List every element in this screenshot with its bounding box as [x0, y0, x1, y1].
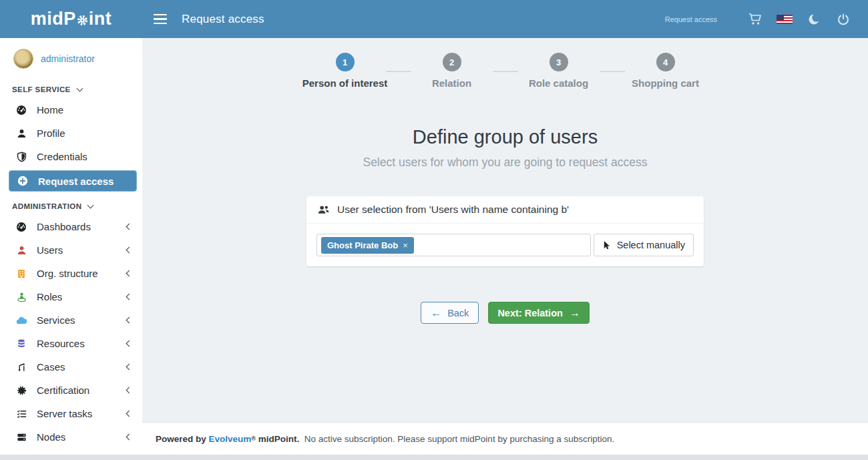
users-group-icon — [317, 204, 330, 215]
chevron-left-icon — [126, 317, 133, 324]
speedometer-icon — [15, 105, 28, 116]
user-selection-panel: User selection from 'Users with name con… — [306, 196, 704, 266]
breadcrumb: Request access — [665, 15, 717, 23]
main-content: 1 Person of interest 2 Relation 3 Role c… — [142, 38, 868, 422]
moon-icon[interactable] — [805, 13, 823, 25]
chevron-left-icon — [126, 224, 133, 230]
sidebar-item-label: Users — [37, 244, 63, 256]
sidebar-item-home[interactable]: Home — [0, 98, 142, 122]
arrow-left-icon: ← — [431, 307, 441, 319]
sidebar-item-resources[interactable]: Resources — [0, 332, 142, 355]
wizard-step-person-of-interest[interactable]: 1 Person of interest — [304, 53, 386, 89]
section-administration[interactable]: ADMINISTRATION — [0, 194, 142, 215]
step-label: Relation — [432, 77, 471, 89]
step-connector — [600, 71, 625, 72]
sidebar-item-label: Server tasks — [37, 408, 92, 419]
logo[interactable]: midP int — [0, 0, 142, 38]
evolveum-link[interactable]: Evolveum — [209, 434, 252, 444]
panel-title: User selection from 'Users with name con… — [337, 204, 569, 216]
street-view-icon — [15, 292, 28, 302]
sidebar-item-label: Cases — [37, 361, 65, 373]
back-button[interactable]: ← Back — [421, 302, 479, 324]
chevron-left-icon — [126, 247, 133, 254]
registered-mark: ® — [251, 435, 256, 442]
building-icon — [15, 268, 28, 279]
sidebar-item-dashboards[interactable]: Dashboards — [0, 215, 142, 238]
user-icon — [15, 245, 28, 256]
task-list-icon — [15, 409, 28, 419]
chevron-left-icon — [126, 294, 133, 300]
next-button-label: Next: Relation — [497, 308, 563, 318]
sidebar-item-profile[interactable]: Profile — [0, 122, 142, 145]
subscription-message: No active subscription. Please support m… — [299, 434, 614, 444]
shield-icon — [15, 152, 28, 162]
panel-header: User selection from 'Users with name con… — [306, 196, 704, 224]
topbar: midP int Request access Request access — [0, 0, 868, 38]
back-button-label: Back — [447, 308, 469, 318]
wizard-step-role-catalog[interactable]: 3 Role catalog — [518, 53, 600, 89]
next-relation-button[interactable]: Next: Relation → — [488, 302, 590, 324]
sidebar-item-label: Credentials — [37, 151, 87, 162]
topbar-main: Request access Request access — [142, 0, 868, 38]
user-row[interactable]: administrator — [0, 43, 142, 77]
step-number: 1 — [336, 53, 355, 71]
sidebar-item-services[interactable]: Services — [0, 308, 142, 332]
cart-icon[interactable] — [746, 13, 764, 25]
sidebar-item-label: Dashboards — [37, 221, 91, 232]
step-label: Person of interest — [302, 77, 388, 89]
flow-arrows-icon — [15, 362, 28, 373]
wizard-step-relation[interactable]: 2 Relation — [411, 53, 493, 89]
sidebar-item-org-structure[interactable]: Org. structure — [0, 262, 142, 285]
sidebar-item-label: Roles — [37, 291, 62, 302]
step-number: 4 — [656, 53, 675, 71]
power-icon[interactable] — [835, 13, 852, 25]
user-icon — [15, 128, 28, 139]
sidebar-item-users[interactable]: Users — [0, 238, 142, 262]
footer: Powered by Evolveum® midPoint. No active… — [142, 422, 868, 455]
chevron-left-icon — [126, 411, 133, 417]
page-subtitle: Select users for whom you are going to r… — [363, 156, 647, 170]
chevron-down-icon — [87, 202, 94, 208]
select-manually-button[interactable]: Select manually — [594, 234, 694, 256]
section-label: ADMINISTRATION — [12, 202, 81, 210]
hamburger-icon[interactable] — [154, 14, 167, 25]
logo-text-post: int — [89, 10, 112, 28]
chevron-left-icon — [126, 387, 133, 394]
us-flag-icon[interactable] — [776, 15, 793, 24]
chevron-left-icon — [126, 434, 133, 441]
wizard-actions: ← Back Next: Relation → — [421, 302, 590, 324]
pointer-icon — [602, 240, 611, 250]
sidebar-item-certification[interactable]: Certification — [0, 379, 142, 402]
sidebar-item-label: Home — [37, 104, 63, 116]
page-title: Define group of users — [413, 126, 598, 148]
selected-users-input[interactable]: Ghost Pirate Bob × — [316, 234, 591, 256]
server-icon — [15, 432, 28, 443]
section-self-service[interactable]: SELF SERVICE — [0, 77, 142, 98]
page-title-topbar: Request access — [182, 13, 264, 26]
avatar — [13, 49, 33, 69]
window-edge — [0, 455, 868, 460]
sidebar-item-request-access[interactable]: Request access — [9, 170, 137, 192]
step-label: Role catalog — [529, 77, 588, 89]
powered-by-text: Powered by — [156, 434, 209, 444]
gear-icon — [76, 13, 89, 26]
sidebar-item-credentials[interactable]: Credentials — [0, 145, 142, 168]
sidebar-item-server-tasks[interactable]: Server tasks — [0, 402, 142, 425]
sidebar-item-label: Resources — [37, 338, 85, 349]
cloud-icon — [15, 315, 28, 326]
sidebar-item-cases[interactable]: Cases — [0, 355, 142, 379]
database-icon — [15, 338, 28, 349]
sidebar-item-roles[interactable]: Roles — [0, 285, 142, 308]
chevron-left-icon — [126, 364, 133, 371]
sidebar-item-label: Services — [37, 314, 75, 326]
seal-icon — [15, 385, 28, 396]
step-connector — [386, 71, 411, 72]
plus-circle-icon — [16, 176, 29, 186]
step-label: Shopping cart — [632, 77, 699, 89]
sidebar-item-label: Nodes — [37, 431, 65, 443]
sidebar-item-label: Certification — [37, 385, 89, 396]
chip-remove-icon[interactable]: × — [403, 240, 408, 250]
logo-text-pre: midP — [31, 10, 76, 28]
wizard-step-shopping-cart[interactable]: 4 Shopping cart — [625, 53, 706, 89]
sidebar-item-nodes[interactable]: Nodes — [0, 425, 142, 449]
